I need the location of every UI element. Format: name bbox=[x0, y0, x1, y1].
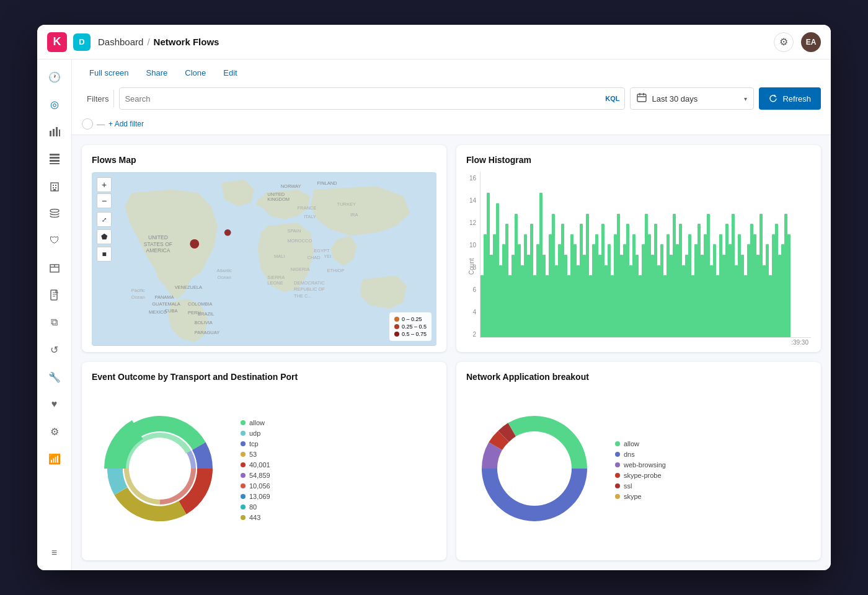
share-button[interactable]: Share bbox=[139, 64, 175, 82]
map-container[interactable]: + − ⤢ ⬟ ■ bbox=[92, 172, 436, 346]
legend-udp: udp bbox=[241, 430, 270, 437]
sidebar-icon-refresh[interactable]: ↺ bbox=[42, 337, 67, 362]
search-bar[interactable]: KQL bbox=[119, 87, 625, 110]
svg-text:ITALY: ITALY bbox=[304, 214, 316, 219]
svg-text:GUATEMALA: GUATEMALA bbox=[152, 301, 180, 307]
svg-text:STATES OF: STATES OF bbox=[144, 241, 172, 247]
y-label-2: 2 bbox=[472, 331, 476, 338]
breadcrumb-root[interactable]: Dashboard bbox=[98, 37, 143, 47]
svg-rect-11 bbox=[53, 187, 54, 188]
filter-circle bbox=[82, 118, 93, 130]
sidebar-icon-building[interactable] bbox=[42, 174, 67, 198]
legend-80: 80 bbox=[241, 503, 270, 511]
sidebar-icon-clock[interactable]: 🕐 bbox=[42, 64, 67, 89]
map-controls: + − ⤢ ⬟ ■ bbox=[97, 177, 112, 262]
breadcrumb-separator: / bbox=[147, 37, 149, 47]
svg-text:NIGERIA: NIGERIA bbox=[291, 267, 310, 272]
svg-text:MALI: MALI bbox=[274, 253, 285, 259]
filters-label: Filters bbox=[82, 90, 114, 107]
expand-button[interactable]: ⤢ bbox=[97, 212, 112, 227]
svg-rect-0 bbox=[50, 131, 51, 136]
event-outcome-legend: allow udp tcp 53 40,001 54,859 10,056 13… bbox=[241, 419, 270, 521]
event-outcome-card: Event Outcome by Transport and Destinati… bbox=[82, 362, 446, 560]
svg-rect-9 bbox=[53, 185, 54, 186]
svg-text:REPUBLIC OF: REPUBLIC OF bbox=[294, 286, 325, 292]
time-picker[interactable]: Last 30 days ▾ bbox=[630, 87, 754, 110]
x-label: :39:30 bbox=[466, 339, 811, 346]
zoom-out-button[interactable]: − bbox=[97, 193, 112, 208]
network-app-card: Network Application breakout bbox=[456, 362, 821, 560]
logo-area: K D bbox=[47, 32, 91, 52]
svg-point-57 bbox=[190, 239, 199, 249]
legend-13069: 13,069 bbox=[241, 493, 270, 500]
kibana-logo: K bbox=[47, 32, 67, 52]
y-label-14: 14 bbox=[469, 197, 476, 204]
legend-53: 53 bbox=[241, 451, 270, 458]
sidebar-icon-package[interactable] bbox=[42, 255, 67, 280]
event-outcome-donut bbox=[92, 400, 228, 539]
zoom-in-button[interactable]: + bbox=[97, 177, 112, 192]
chevron-down-icon: ▾ bbox=[744, 95, 747, 102]
svg-text:NORWAY: NORWAY bbox=[281, 183, 301, 189]
sidebar-icon-compass[interactable]: ◎ bbox=[42, 92, 67, 117]
network-app-chart: allow dns web-browsing skype-probe ssl s… bbox=[466, 389, 811, 550]
sidebar-icon-table[interactable] bbox=[42, 146, 67, 171]
legend-443: 443 bbox=[241, 514, 270, 521]
y-axis: 16 14 12 10 8 6 4 2 bbox=[466, 172, 480, 338]
fullscreen-button[interactable]: Full screen bbox=[82, 64, 136, 82]
sidebar-icon-wifi[interactable]: 📶 bbox=[42, 446, 67, 471]
toolbar: Full screen Share Clone Edit Filters KQL bbox=[72, 60, 831, 135]
legend-item-1: 0 – 0.25 bbox=[394, 316, 427, 322]
svg-point-61 bbox=[500, 434, 569, 503]
svg-text:CUBA: CUBA bbox=[165, 308, 178, 314]
square-button[interactable]: ■ bbox=[97, 247, 112, 262]
svg-text:KINGDOM: KINGDOM bbox=[267, 196, 290, 202]
legend-10056: 10,056 bbox=[241, 482, 270, 490]
sidebar-icon-menu[interactable]: ≡ bbox=[42, 540, 67, 565]
add-filter-button[interactable]: + Add filter bbox=[108, 120, 144, 128]
sidebar-icon-wrench[interactable]: 🔧 bbox=[42, 364, 67, 389]
flow-histogram-card: Flow Histogram 16 14 12 10 8 6 4 bbox=[456, 145, 821, 352]
svg-text:MOROCCO: MOROCCO bbox=[287, 238, 312, 244]
sidebar-icon-layers[interactable] bbox=[42, 201, 67, 226]
breadcrumb-current: Network Flows bbox=[154, 37, 219, 47]
add-filter-area: — + Add filter bbox=[82, 115, 821, 134]
svg-rect-12 bbox=[55, 187, 56, 188]
svg-text:Atlantic: Atlantic bbox=[217, 268, 232, 273]
user-avatar[interactable]: EA bbox=[801, 32, 821, 52]
flow-histogram-title: Flow Histogram bbox=[466, 155, 811, 165]
sidebar-icon-copy[interactable]: ⧉ bbox=[42, 310, 67, 335]
svg-rect-4 bbox=[50, 154, 60, 156]
svg-text:COLOMBIA: COLOMBIA bbox=[188, 301, 212, 307]
legend-54859: 54,859 bbox=[241, 472, 270, 479]
y-label-16: 16 bbox=[469, 175, 476, 182]
flows-map-card: Flows Map + − ⤢ ⬟ ■ bbox=[82, 145, 446, 352]
network-app-title: Network Application breakout bbox=[466, 372, 811, 382]
svg-point-58 bbox=[224, 229, 231, 236]
toolbar-nav: Full screen Share Clone Edit bbox=[82, 60, 821, 82]
clone-button[interactable]: Clone bbox=[177, 64, 213, 82]
svg-rect-13 bbox=[53, 189, 56, 191]
header-right: ⚙ EA bbox=[774, 32, 821, 52]
svg-text:BOLIVIA: BOLIVIA bbox=[195, 320, 213, 325]
polygon-button[interactable]: ⬟ bbox=[97, 229, 112, 244]
svg-rect-3 bbox=[59, 130, 60, 136]
svg-text:AMERICA: AMERICA bbox=[146, 247, 170, 253]
y-label-12: 12 bbox=[469, 219, 476, 226]
edit-button[interactable]: Edit bbox=[216, 64, 244, 82]
sidebar: 🕐 ◎ 🛡 ⧉ ↺ 🔧 ♥ ⚙ bbox=[37, 60, 72, 570]
toolbar-controls: Filters KQL Last 30 days ▾ Ref bbox=[82, 82, 821, 115]
net-legend-ssl: ssl bbox=[615, 482, 666, 490]
refresh-button[interactable]: Refresh bbox=[759, 87, 821, 110]
y-label-6: 6 bbox=[472, 286, 476, 293]
calendar-icon bbox=[637, 92, 647, 105]
settings-button[interactable]: ⚙ bbox=[774, 32, 794, 52]
sidebar-icon-heart[interactable]: ♥ bbox=[42, 392, 67, 416]
y-label-10: 10 bbox=[469, 242, 476, 249]
sidebar-icon-document[interactable] bbox=[42, 283, 67, 307]
sidebar-icon-gear[interactable]: ⚙ bbox=[42, 419, 67, 444]
search-input[interactable] bbox=[125, 94, 605, 104]
sidebar-icon-shield[interactable]: 🛡 bbox=[42, 228, 67, 253]
svg-rect-6 bbox=[50, 160, 60, 162]
sidebar-icon-chart[interactable] bbox=[42, 119, 67, 144]
